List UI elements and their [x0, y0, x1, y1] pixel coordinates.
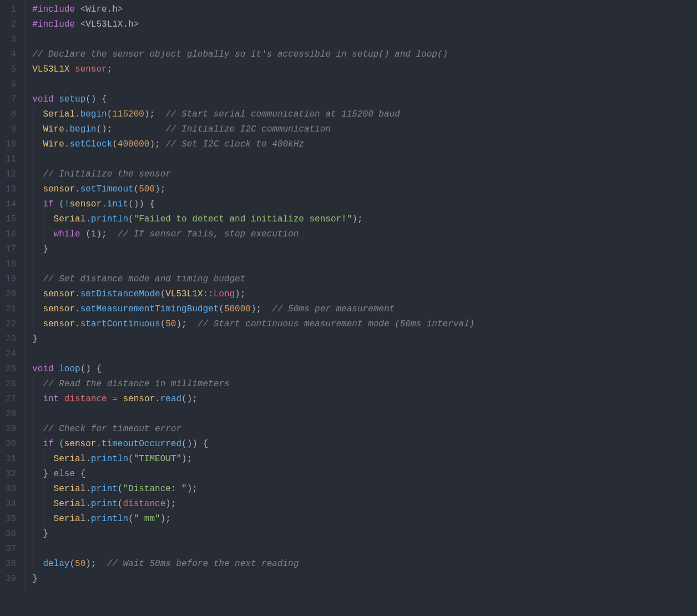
- token-type: VL53L1X: [165, 289, 203, 299]
- token-func: begin: [69, 124, 96, 134]
- token-punct: );: [251, 304, 261, 314]
- code-line[interactable]: // Read the distance in millimeters: [32, 377, 697, 392]
- code-line[interactable]: int distance = sensor.read();: [32, 392, 697, 407]
- code-line[interactable]: if (!sensor.init()) {: [32, 197, 697, 212]
- indent-guide: [33, 422, 34, 437]
- token-type: sensor: [69, 199, 102, 209]
- token-func: timeoutOccurred: [102, 439, 181, 449]
- line-number-gutter: 1234567891011121314151617181920212223242…: [0, 0, 24, 589]
- code-line[interactable]: }: [32, 242, 697, 257]
- token-comment: // Initialize I2C communication: [165, 124, 331, 134]
- code-line[interactable]: Serial.println(" mm");: [32, 512, 697, 527]
- code-area[interactable]: #include <Wire.h>#include <VL53L1X.h>// …: [24, 0, 697, 589]
- line-number: 21: [6, 302, 16, 317]
- token-num: 50: [165, 319, 176, 329]
- line-number: 17: [6, 242, 16, 257]
- line-number: 27: [6, 392, 16, 407]
- token-punct: .: [75, 289, 80, 299]
- code-line[interactable]: void loop() {: [32, 362, 697, 377]
- code-line[interactable]: sensor.setMeasurementTimingBudget(50000)…: [32, 302, 697, 317]
- token-punct: );: [85, 559, 96, 569]
- code-line[interactable]: Wire.begin(); // Initialize I2C communic…: [32, 122, 697, 137]
- line-number: 24: [6, 347, 16, 362]
- code-line[interactable]: // Initialize the sensor: [32, 167, 697, 182]
- code-editor[interactable]: 1234567891011121314151617181920212223242…: [0, 0, 697, 589]
- code-line[interactable]: delay(50); // Wait 50ms before the next …: [32, 557, 697, 572]
- token-ws: [32, 452, 53, 467]
- code-line[interactable]: sensor.setDistanceMode(VL53L1X::Long);: [32, 287, 697, 302]
- code-line[interactable]: // Declare the sensor object globally so…: [32, 47, 697, 62]
- code-line[interactable]: while (1); // If sensor fails, stop exec…: [32, 227, 697, 242]
- code-line[interactable]: sensor.setTimeout(500);: [32, 182, 697, 197]
- code-line[interactable]: [32, 152, 697, 167]
- code-line[interactable]: // Set distance mode and timing budget: [32, 272, 697, 287]
- code-line[interactable]: [32, 257, 697, 272]
- token-type: Serial: [54, 514, 86, 524]
- token-punct: (): [80, 364, 91, 374]
- token-ident: Long: [214, 289, 235, 299]
- token-punct: (): [85, 94, 96, 104]
- token-punct: ()): [181, 439, 203, 449]
- token-punct: .: [123, 19, 128, 29]
- indent-guide: [33, 317, 34, 332]
- token-punct: (: [128, 454, 134, 464]
- line-number: 4: [6, 47, 16, 62]
- code-line[interactable]: Serial.begin(115200); // Start serial co…: [32, 107, 697, 122]
- code-line[interactable]: Serial.println("TIMEOUT");: [32, 452, 697, 467]
- token-punct: (: [54, 439, 64, 449]
- code-line[interactable]: Serial.print("Distance: ");: [32, 482, 697, 497]
- line-number: 20: [6, 287, 16, 302]
- line-number: 36: [6, 527, 16, 542]
- code-line[interactable]: }: [32, 572, 697, 587]
- code-line[interactable]: [32, 407, 697, 422]
- code-line[interactable]: // Check for timeout error: [32, 422, 697, 437]
- indent-guide: [44, 227, 45, 242]
- token-punct: (: [112, 139, 118, 149]
- token-punct: [187, 319, 198, 329]
- code-line[interactable]: #include <VL53L1X.h>: [32, 17, 697, 32]
- code-line[interactable]: Serial.println("Failed to detect and ini…: [32, 212, 697, 227]
- token-punct: );: [96, 229, 107, 239]
- line-number: 7: [6, 92, 16, 107]
- token-punct: .: [155, 394, 160, 404]
- code-line[interactable]: Serial.print(distance);: [32, 497, 697, 512]
- token-comment: // If sensor fails, stop execution: [118, 229, 299, 239]
- code-line[interactable]: } else {: [32, 467, 697, 482]
- token-comment: // Wait 50ms before the next reading: [107, 559, 299, 569]
- code-line[interactable]: void setup() {: [32, 92, 697, 107]
- token-punct: (: [219, 304, 224, 314]
- code-line[interactable]: [32, 32, 697, 47]
- indent-guide: [44, 512, 45, 527]
- token-func: println: [91, 514, 128, 524]
- token-punct: ();: [181, 394, 198, 404]
- code-line[interactable]: [32, 77, 697, 92]
- code-line[interactable]: #include <Wire.h>: [32, 2, 697, 17]
- token-punct: [107, 394, 113, 404]
- indent-guide: [33, 452, 34, 467]
- indent-guide: [33, 437, 34, 452]
- code-line[interactable]: }: [32, 332, 697, 347]
- token-str: "TIMEOUT": [134, 454, 181, 464]
- token-num: 115200: [112, 109, 144, 119]
- code-line[interactable]: VL53L1X sensor;: [32, 62, 697, 77]
- line-number: 30: [6, 437, 16, 452]
- token-punct: );: [144, 109, 155, 119]
- token-punct: .: [85, 214, 91, 224]
- code-line[interactable]: [32, 347, 697, 362]
- token-punct: {: [149, 199, 155, 209]
- token-comment: // 50ms per measurement: [272, 304, 395, 314]
- token-punct: (: [160, 289, 166, 299]
- token-op: ::: [203, 289, 213, 299]
- token-punct: );: [155, 184, 165, 194]
- indent-guide: [33, 212, 34, 227]
- code-line[interactable]: sensor.startContinuous(50); // Start con…: [32, 317, 697, 332]
- token-punct: (: [128, 214, 134, 224]
- code-line[interactable]: if (sensor.timeoutOccurred()) {: [32, 437, 697, 452]
- code-line[interactable]: Wire.setClock(400000); // Set I2C clock …: [32, 137, 697, 152]
- token-keyword: #include: [32, 4, 75, 14]
- token-punct: );: [352, 214, 362, 224]
- token-func: init: [107, 199, 128, 209]
- code-line[interactable]: }: [32, 527, 697, 542]
- code-line[interactable]: [32, 542, 697, 557]
- token-func: setClock: [69, 139, 112, 149]
